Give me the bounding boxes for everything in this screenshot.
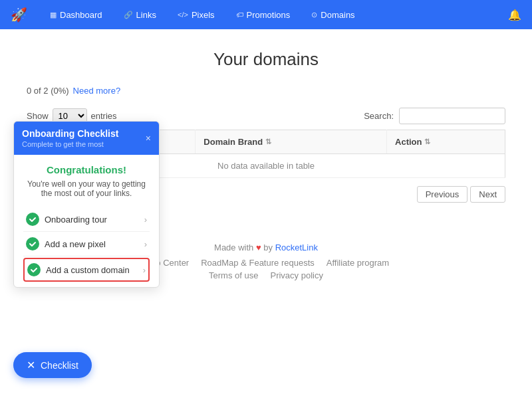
domains-icon: ⊙: [311, 11, 317, 19]
panel-header-text: Onboarding Checklist Complete to get the…: [22, 128, 118, 148]
search-label: Search:: [364, 111, 394, 121]
roadmap-link[interactable]: RoadMap & Feature requests: [201, 258, 315, 268]
terms-link[interactable]: Terms of use: [209, 270, 258, 280]
rocketlink-brand[interactable]: RocketLink: [275, 243, 318, 252]
col-domain-brand-label: Domain Brand: [203, 137, 263, 147]
checklist-item-pixel[interactable]: Add a new pixel ›: [23, 232, 150, 256]
page-title: Your domains: [27, 49, 505, 70]
checklist-x-icon: ✕: [27, 359, 35, 371]
panel-header: Onboarding Checklist Complete to get the…: [14, 122, 159, 155]
chevron-right-icon-pixel: ›: [144, 239, 147, 249]
checklist-item-pixel-left: Add a new pixel: [26, 237, 106, 250]
search-input[interactable]: [399, 108, 505, 124]
nav-domains-label: Domains: [321, 10, 354, 20]
check-circle-domain: [27, 263, 41, 276]
col-action: Action ⇅: [387, 130, 505, 154]
nav-links[interactable]: 🔗 Links: [120, 7, 160, 23]
bell-icon[interactable]: 🔔: [508, 9, 521, 21]
quota-row: 0 of 2 (0%) Need more?: [27, 86, 505, 96]
dashboard-icon: ▦: [50, 11, 57, 19]
panel-description: You're well on your way to getting the m…: [23, 179, 150, 198]
pagination-buttons: Previous Next: [417, 186, 505, 203]
need-more-link[interactable]: Need more?: [73, 86, 121, 96]
nav-links-label: Links: [136, 10, 156, 20]
nav-pixels-label: Pixels: [192, 10, 215, 20]
chevron-right-icon-tour: ›: [144, 215, 147, 225]
checklist-item-domain-left: Add a custom domain: [27, 263, 130, 276]
panel-close-button[interactable]: ×: [146, 134, 151, 143]
check-circle-tour: [26, 213, 39, 226]
next-button[interactable]: Next: [470, 186, 505, 203]
nav-pixels[interactable]: </> Pixels: [174, 7, 219, 23]
onboarding-panel: Onboarding Checklist Complete to get the…: [13, 121, 160, 288]
privacy-link[interactable]: Privacy policy: [270, 270, 323, 280]
panel-congrats: Congratulations!: [23, 164, 150, 175]
panel-body: Congratulations! You're well on your way…: [14, 155, 159, 287]
logo-icon: 🚀: [11, 7, 27, 23]
nav-dashboard-label: Dashboard: [60, 10, 102, 20]
navbar-right: 🔔: [508, 9, 521, 21]
affiliate-link[interactable]: Affiliate program: [327, 258, 389, 268]
show-label: Show: [27, 111, 49, 121]
checklist-button-label: Checklist: [41, 360, 78, 371]
entries-label: entries: [91, 111, 117, 121]
checklist-domain-label: Add a custom domain: [46, 265, 130, 275]
panel-subtitle: Complete to get the most: [22, 140, 118, 148]
sort-icon-action[interactable]: ⇅: [424, 138, 430, 146]
chevron-right-icon-domain: ›: [143, 265, 146, 275]
col-domain-brand: Domain Brand ⇅: [196, 130, 387, 154]
checklist-pixel-label: Add a new pixel: [45, 239, 106, 249]
sort-icon-brand[interactable]: ⇅: [265, 138, 271, 146]
main-content: Your domains 0 of 2 (0%) Need more? Show…: [0, 29, 532, 394]
search-row: Search:: [364, 108, 505, 124]
check-circle-pixel: [26, 237, 39, 250]
by-text: by: [263, 243, 273, 252]
heart-icon: ♥: [256, 243, 261, 252]
checklist-item-tour-left: Onboarding tour: [26, 213, 107, 226]
checklist-item-domain[interactable]: Add a custom domain ›: [23, 258, 150, 282]
checklist-item-tour[interactable]: Onboarding tour ›: [23, 207, 150, 232]
links-icon: 🔗: [124, 11, 133, 19]
panel-title: Onboarding Checklist: [22, 128, 118, 139]
checklist-tour-label: Onboarding tour: [45, 215, 107, 225]
nav-dashboard[interactable]: ▦ Dashboard: [46, 7, 106, 23]
col-action-label: Action: [395, 137, 422, 147]
quota-text: 0 of 2 (0%): [27, 86, 69, 96]
nav-promotions-label: Promotions: [247, 10, 291, 20]
nav-promotions[interactable]: 🏷 Promotions: [232, 7, 295, 23]
checklist-button[interactable]: ✕ Checklist: [13, 352, 92, 378]
made-with-text: Made with: [214, 243, 253, 252]
navbar: 🚀 ▦ Dashboard 🔗 Links </> Pixels 🏷 Promo…: [0, 0, 532, 29]
promotions-icon: 🏷: [236, 11, 243, 19]
previous-button[interactable]: Previous: [417, 186, 468, 203]
pixels-icon: </>: [178, 11, 188, 19]
nav-domains[interactable]: ⊙ Domains: [307, 7, 358, 23]
